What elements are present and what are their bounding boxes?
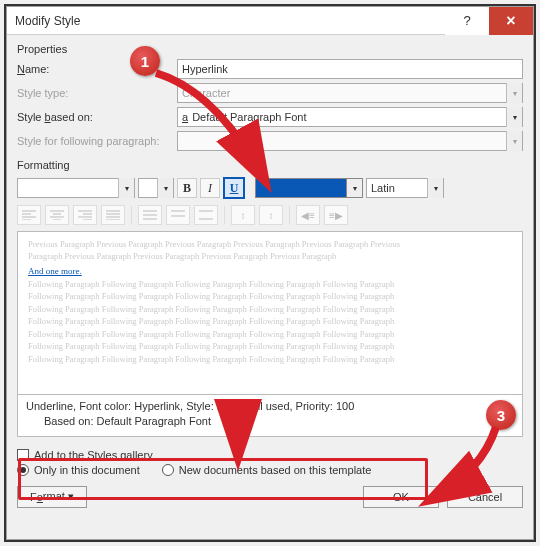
chevron-down-icon[interactable]: ▾ [157,178,173,198]
ok-button[interactable]: OK [363,486,439,508]
space-before-dec-button: ↕ [259,205,283,225]
dialog-title: Modify Style [7,14,445,28]
only-this-document-label: Only in this document [34,464,140,476]
indent-decrease-button: ◀≡ [296,205,320,225]
font-color-combo[interactable]: ▾ [255,178,363,198]
paragraph-toolbar: ↕ ↕ ◀≡ ≡▶ [17,205,523,225]
chevron-down-icon[interactable]: ▾ [118,178,134,198]
preview-panel: Previous Paragraph Previous Paragraph Pr… [17,231,523,395]
modify-style-dialog: Modify Style ? × Properties Name: Hyperl… [6,6,534,540]
sample-text: And one more. [28,266,512,276]
cancel-button[interactable]: Cancel [447,486,523,508]
style-following-label: Style for following paragraph: [17,135,177,147]
style-type-label: Style type: [17,87,177,99]
align-left-button [17,205,41,225]
line-spacing-1-button [138,205,162,225]
font-size-combo[interactable]: ▾ [138,178,174,198]
name-label: Name: [17,63,177,75]
formatting-label: Formatting [17,159,523,171]
style-type-field: Character▾ [177,83,523,103]
align-justify-button [101,205,125,225]
chevron-down-icon[interactable]: ▾ [427,178,443,198]
name-field[interactable]: Hyperlink [177,59,523,79]
properties-label: Properties [17,43,523,55]
line-spacing-15-button [166,205,190,225]
style-description: Underline, Font color: Hyperlink, Style:… [17,394,523,437]
close-button[interactable]: × [489,7,533,35]
new-documents-radio[interactable] [162,464,174,476]
titlebar: Modify Style ? × [7,7,533,35]
chevron-down-icon: ▾ [506,131,522,151]
chevron-down-icon[interactable]: ▾ [506,107,522,127]
chevron-down-icon[interactable]: ▾ [346,179,362,197]
help-button[interactable]: ? [445,7,489,35]
only-this-document-radio[interactable] [17,464,29,476]
script-combo[interactable]: Latin▾ [366,178,444,198]
font-family-combo[interactable]: ▾ [17,178,135,198]
line-spacing-2-button [194,205,218,225]
chevron-down-icon: ▾ [506,83,522,103]
add-to-gallery-label: Add to the Styles gallery [34,449,153,461]
align-right-button [73,205,97,225]
align-center-button [45,205,69,225]
italic-button[interactable]: I [200,178,220,198]
underline-button[interactable]: U [223,177,245,199]
style-based-on-label: Style based on: [17,111,177,123]
style-following-field: ▾ [177,131,523,151]
style-based-on-field[interactable]: aDefault Paragraph Font▾ [177,107,523,127]
space-before-inc-button: ↕ [231,205,255,225]
indent-increase-button: ≡▶ [324,205,348,225]
new-documents-label: New documents based on this template [179,464,372,476]
bold-button[interactable]: B [177,178,197,198]
color-swatch [256,179,346,197]
format-button[interactable]: Format ▾ [17,486,87,508]
add-to-gallery-checkbox[interactable] [17,449,29,461]
